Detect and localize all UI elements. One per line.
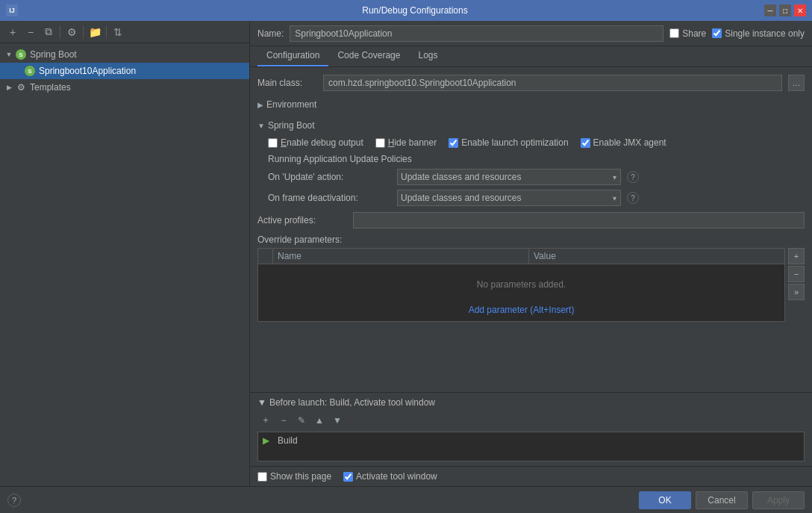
- minimize-button[interactable]: ─: [764, 4, 776, 16]
- name-row: Name: Share Single instance only: [250, 21, 812, 46]
- on-update-row: On 'Update' action: Update classes and r…: [268, 169, 805, 185]
- maximize-button[interactable]: □: [779, 4, 791, 16]
- before-launch-up-button[interactable]: ▲: [311, 412, 328, 429]
- params-more-button[interactable]: »: [788, 284, 805, 300]
- build-icon: ▶: [263, 435, 273, 446]
- active-profiles-label: Active profiles:: [257, 215, 347, 226]
- content-area: Name: Share Single instance only Configu…: [250, 21, 812, 486]
- toolbar-separator: [60, 25, 60, 39]
- app-icon: S: [24, 65, 36, 77]
- share-label: Share: [682, 28, 706, 39]
- cancel-button[interactable]: Cancel: [696, 491, 748, 509]
- enable-debug-label: Enable debug output: [281, 137, 363, 148]
- spring-boot-section-label: Spring Boot: [268, 120, 315, 131]
- on-frame-label: On frame deactivation:: [268, 193, 391, 203]
- show-page-checkbox[interactable]: [257, 472, 267, 482]
- before-launch-down-button[interactable]: ▼: [329, 412, 346, 429]
- sort-button[interactable]: ⇅: [110, 24, 126, 40]
- add-config-button[interactable]: +: [4, 24, 21, 40]
- enable-jmx-label: Enable JMX agent: [593, 137, 666, 148]
- expand-icon: ▼: [3, 49, 15, 60]
- app-label: Springboot10Application: [39, 66, 136, 76]
- settings-button[interactable]: ⚙: [63, 24, 80, 40]
- on-frame-select[interactable]: Update classes and resources Do nothing …: [397, 190, 621, 206]
- templates-label: Templates: [30, 82, 71, 93]
- enable-jmx-checkbox[interactable]: [581, 138, 590, 148]
- show-page-item: Show this page: [257, 471, 331, 482]
- main-container: + − ⧉ ⚙ 📁 ⇅ ▼ S Spring Boot S: [0, 21, 812, 486]
- params-empty-message: No parameters added.: [258, 264, 784, 305]
- environment-section-header[interactable]: ▶ Environment: [257, 97, 805, 112]
- main-class-label: Main class:: [257, 78, 317, 88]
- sidebar-item-templates[interactable]: ▶ ⚙ Templates: [0, 79, 249, 96]
- before-launch-remove-button[interactable]: −: [275, 412, 292, 429]
- spring-boot-arrow: ▼: [257, 122, 265, 130]
- single-instance-checkbox[interactable]: [712, 28, 722, 38]
- spring-boot-section-content: Enable debug output Hide banner Enable l…: [268, 137, 805, 206]
- expand-icon-templates: ▶: [3, 81, 15, 93]
- tabs-bar: Configuration Code Coverage Logs: [250, 46, 812, 67]
- enable-jmx-item: Enable JMX agent: [581, 137, 666, 148]
- tab-code-coverage[interactable]: Code Coverage: [328, 46, 409, 66]
- before-launch-label: Before launch: Build, Activate tool wind…: [269, 397, 435, 408]
- ok-button[interactable]: OK: [639, 491, 691, 509]
- bottom-checkboxes: Show this page Activate tool window: [257, 471, 805, 482]
- footer-left: ?: [7, 494, 634, 507]
- before-launch-section: ▼ Before launch: Build, Activate tool wi…: [250, 392, 812, 466]
- before-launch-build-item[interactable]: ▶ Build: [258, 432, 804, 449]
- params-add-button[interactable]: +: [788, 248, 805, 264]
- help-button[interactable]: ?: [7, 494, 21, 507]
- enable-debug-checkbox[interactable]: [268, 138, 278, 148]
- hide-banner-item: Hide banner: [375, 137, 437, 148]
- on-update-help-icon[interactable]: ?: [627, 171, 639, 183]
- active-profiles-input[interactable]: [353, 212, 805, 228]
- show-page-label: Show this page: [270, 471, 331, 482]
- params-table-header: Name Value: [258, 249, 784, 264]
- single-instance-label: Single instance only: [725, 28, 805, 39]
- tab-configuration[interactable]: Configuration: [257, 46, 328, 66]
- params-col-name-header: Name: [273, 249, 529, 264]
- on-update-select[interactable]: Update classes and resources Do nothing …: [397, 169, 621, 185]
- sidebar-toolbar: + − ⧉ ⚙ 📁 ⇅: [0, 21, 249, 43]
- main-class-row: Main class: …: [257, 75, 805, 91]
- remove-config-button[interactable]: −: [22, 24, 39, 40]
- environment-arrow: ▶: [257, 101, 263, 109]
- share-checkbox[interactable]: [669, 28, 679, 38]
- params-table-container: Name Value No parameters added. Add para…: [257, 248, 805, 322]
- build-label: Build: [278, 435, 298, 446]
- enable-launch-checkbox[interactable]: [449, 138, 458, 148]
- policies-section: Running Application Update Policies On '…: [268, 154, 805, 206]
- params-sidebar-buttons: + − »: [788, 248, 805, 322]
- window-title: Run/Debug Configurations: [66, 5, 764, 16]
- folder-button[interactable]: 📁: [87, 24, 103, 40]
- hide-banner-checkbox[interactable]: [375, 138, 385, 148]
- params-remove-button[interactable]: −: [788, 266, 805, 282]
- sidebar-item-spring-boot[interactable]: ▼ S Spring Boot: [0, 46, 249, 63]
- environment-label: Environment: [266, 99, 316, 110]
- tab-logs[interactable]: Logs: [409, 46, 446, 66]
- spring-boot-section-header[interactable]: ▼ Spring Boot: [257, 118, 805, 133]
- spring-boot-label: Spring Boot: [30, 49, 77, 60]
- name-input[interactable]: [290, 25, 663, 42]
- footer: ? OK Cancel Apply: [0, 486, 812, 513]
- spring-boot-section: ▼ Spring Boot Enable debug output Hide b…: [257, 118, 805, 206]
- sidebar-item-app[interactable]: S Springboot10Application: [0, 63, 249, 79]
- on-frame-help-icon[interactable]: ?: [627, 192, 639, 204]
- before-launch-edit-button[interactable]: ✎: [293, 412, 310, 429]
- copy-config-button[interactable]: ⧉: [40, 24, 57, 40]
- activate-window-item: Activate tool window: [343, 471, 437, 482]
- add-parameter-link[interactable]: Add parameter (Alt+Insert): [258, 305, 784, 321]
- main-class-input[interactable]: [323, 75, 782, 91]
- apply-button[interactable]: Apply: [752, 491, 805, 509]
- params-col-value-header: Value: [529, 249, 784, 264]
- active-profiles-row: Active profiles:: [257, 212, 805, 228]
- hide-banner-label: Hide banner: [388, 137, 437, 148]
- title-bar: IJ Run/Debug Configurations ─ □ ✕: [0, 0, 812, 21]
- close-button[interactable]: ✕: [794, 4, 806, 16]
- override-params-title: Override parameters:: [257, 234, 805, 245]
- before-launch-add-button[interactable]: +: [257, 412, 274, 429]
- config-panel: Main class: … ▶ Environment ▼ Spring Boo…: [250, 67, 812, 392]
- sidebar: + − ⧉ ⚙ 📁 ⇅ ▼ S Spring Boot S: [0, 21, 250, 486]
- activate-window-checkbox[interactable]: [343, 472, 353, 482]
- main-class-browse-button[interactable]: …: [788, 75, 805, 91]
